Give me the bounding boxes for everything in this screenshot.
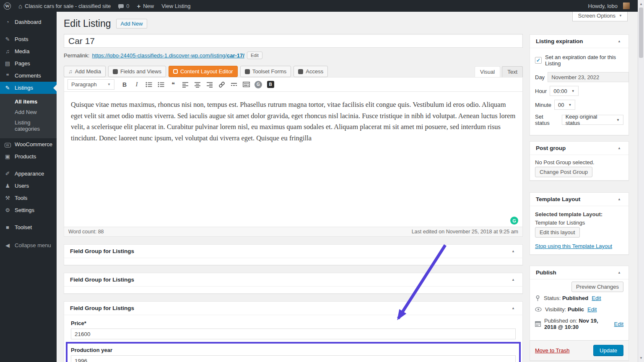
pages-icon: ▤ xyxy=(4,60,11,67)
users-icon: ♟ xyxy=(4,183,11,189)
sidebar-item-posts[interactable]: ✎ Posts xyxy=(0,33,57,45)
status-value: Published xyxy=(562,295,588,301)
forms-chip-icon xyxy=(245,69,250,74)
scroll-down-icon[interactable]: ▼ xyxy=(638,355,644,361)
screen-options-button[interactable]: Screen Options ▼ xyxy=(572,10,628,21)
page-scrollbar[interactable]: ▲ ▼ xyxy=(638,0,644,362)
sidebar-item-users[interactable]: ♟ Users xyxy=(0,180,57,192)
align-right-button[interactable] xyxy=(204,80,215,90)
sidebar-item-label: WooCommerce xyxy=(15,141,52,147)
price-input[interactable] xyxy=(71,328,516,339)
expiration-checkbox[interactable]: ✓ xyxy=(535,57,542,64)
appearance-icon: ✐ xyxy=(4,171,11,177)
sidebar-item-dashboard[interactable]: ◔ Dashboard xyxy=(0,16,57,28)
toolset-forms-button[interactable]: Toolset Forms xyxy=(240,66,291,77)
collapse-panel-icon[interactable]: ▲ xyxy=(616,39,623,44)
insert-link-button[interactable] xyxy=(216,80,227,90)
admin-bar: W ⌂ Classic cars for sale - classified s… xyxy=(0,0,638,12)
collapse-panel-icon[interactable]: ▲ xyxy=(510,305,517,311)
scroll-up-icon[interactable]: ▲ xyxy=(638,1,644,7)
expiration-day-input[interactable] xyxy=(548,72,629,82)
collapse-panel-icon[interactable]: ▲ xyxy=(616,197,623,202)
sidebar-item-comments[interactable]: ❝ Comments xyxy=(0,70,57,82)
sidebar-item-tools[interactable]: ⚒ Tools xyxy=(0,192,57,204)
edit-published-link[interactable]: Edit xyxy=(614,321,623,327)
permalink-edit-button[interactable]: Edit xyxy=(247,52,262,59)
set-status-select[interactable]: Keep original status▼ xyxy=(562,115,623,125)
sidebar-item-toolset[interactable]: ■ Toolset xyxy=(0,221,57,233)
edit-status-link[interactable]: Edit xyxy=(592,295,601,301)
collapse-panel-icon[interactable]: ▲ xyxy=(510,277,517,282)
sidebar-item-media[interactable]: ♫ Media xyxy=(0,45,57,57)
woocommerce-icon: W xyxy=(4,141,11,147)
publish-panel: Publish ▲ Preview Changes Status: Publis… xyxy=(530,266,629,361)
new-content-menu[interactable]: + New xyxy=(133,0,158,12)
edit-visibility-link[interactable]: Edit xyxy=(587,306,597,313)
sidebar-item-woocommerce[interactable]: W WooCommerce xyxy=(0,138,57,150)
production-year-input[interactable] xyxy=(71,355,516,362)
access-button[interactable]: Access xyxy=(293,66,328,77)
page-title: Edit Listing xyxy=(64,18,111,30)
numbered-list-button[interactable] xyxy=(156,80,166,90)
scrollbar-thumb[interactable] xyxy=(639,8,643,58)
grammarly-toolbar-icon[interactable]: G xyxy=(253,80,264,90)
comments-shortcut[interactable]: 0 xyxy=(114,0,133,12)
collapse-panel-icon[interactable]: ▲ xyxy=(510,248,517,254)
layout-chip-icon xyxy=(173,69,178,74)
hour-select[interactable]: 00:00▼ xyxy=(550,86,578,96)
read-more-button[interactable] xyxy=(229,80,239,90)
stop-template-link[interactable]: Stop using this Template Layout xyxy=(535,243,612,249)
add-media-button[interactable]: ♫ Add Media xyxy=(64,66,106,77)
align-left-button[interactable] xyxy=(180,80,191,90)
word-count: Word count: 88 xyxy=(68,229,104,235)
listing-expiration-panel: Listing expiration ▲ ✓ Set an expiration… xyxy=(530,34,629,135)
preview-changes-button[interactable]: Preview Changes xyxy=(571,282,623,292)
toolbar-toggle-button[interactable] xyxy=(241,80,252,90)
bulleted-list-button[interactable] xyxy=(143,80,154,90)
grammarly-badge-icon[interactable]: G xyxy=(510,217,518,225)
site-name-link[interactable]: ⌂ Classic cars for sale - classified sit… xyxy=(15,0,114,12)
submenu-item-all-items[interactable]: All items xyxy=(0,96,57,107)
listings-icon: ✎ xyxy=(4,85,11,91)
field-group-title: Field Group for Listings xyxy=(70,305,134,311)
view-listing-link[interactable]: View Listing xyxy=(158,0,194,12)
sidebar-item-appearance[interactable]: ✐ Appearance xyxy=(0,168,57,180)
content-layout-editor-button[interactable]: Content Layout Editor xyxy=(169,66,238,77)
minute-select[interactable]: 00▼ xyxy=(554,100,575,110)
italic-button[interactable]: I xyxy=(131,80,142,90)
settings-icon: ⚙ xyxy=(4,207,11,213)
update-button[interactable]: Update xyxy=(593,345,623,356)
sidebar-item-pages[interactable]: ▤ Pages xyxy=(0,57,57,70)
blockquote-button[interactable]: ❝ xyxy=(168,80,179,90)
chevron-down-icon: ▼ xyxy=(569,103,572,107)
fields-and-views-button[interactable]: Fields and Views xyxy=(108,66,166,77)
sidebar-item-products[interactable]: ▣ Products xyxy=(0,150,57,163)
last-edited-text: Last edited on November 25, 2018 at 9:25… xyxy=(412,229,518,235)
move-to-trash-link[interactable]: Move to Trash xyxy=(535,347,569,354)
submenu-item-add-new[interactable]: Add New xyxy=(0,107,57,117)
permalink-link[interactable]: https://lobo-24405-classifieds-1.discove… xyxy=(92,52,244,59)
account-menu[interactable]: Howdy, lobo xyxy=(584,0,634,12)
permalink-slug: car-17/ xyxy=(227,52,244,59)
listing-title-input[interactable] xyxy=(64,34,523,48)
price-label: Price* xyxy=(71,320,516,326)
wordpress-menu[interactable]: W xyxy=(0,0,15,12)
tab-text[interactable]: Text xyxy=(502,66,523,78)
submenu-item-listing-categories[interactable]: Listing categories xyxy=(0,117,57,134)
published-calendar-icon xyxy=(535,321,541,327)
collapse-panel-icon[interactable]: ▲ xyxy=(616,145,623,151)
sidebar-item-listings[interactable]: ✎ Listings xyxy=(0,82,57,94)
collapse-panel-icon[interactable]: ▲ xyxy=(616,270,623,275)
align-center-button[interactable] xyxy=(192,80,203,90)
sidebar-item-settings[interactable]: ⚙ Settings xyxy=(0,204,57,216)
add-media-icon: ♫ xyxy=(68,68,73,75)
paragraph-style-select[interactable]: Paragraph ▼ xyxy=(68,79,114,90)
add-new-button[interactable]: Add New xyxy=(116,19,148,28)
bold-button[interactable]: B xyxy=(119,80,130,90)
editor-content[interactable]: Quisque vitae metus maximus, rhoncus nis… xyxy=(64,92,522,227)
edit-layout-button[interactable]: Edit this layout xyxy=(535,227,580,238)
change-post-group-button[interactable]: Change Post Group xyxy=(535,167,592,177)
blackbar-toolbar-icon[interactable]: B xyxy=(265,80,276,90)
tab-visual[interactable]: Visual xyxy=(475,66,500,78)
collapse-menu-button[interactable]: ◀ Collapse menu xyxy=(0,239,57,251)
